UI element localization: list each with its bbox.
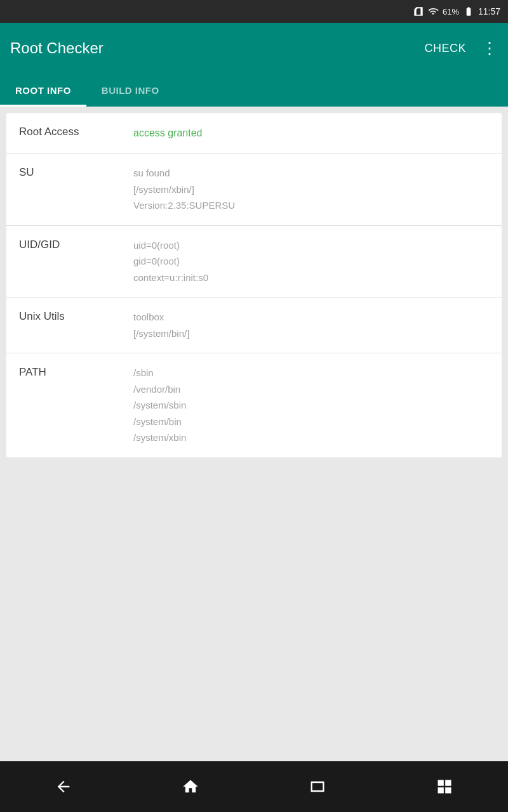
status-bar: 61% 11:57	[0, 0, 508, 23]
sim-icon	[413, 6, 424, 16]
menu-button[interactable]	[423, 771, 466, 802]
home-icon	[182, 778, 199, 796]
info-card: Root Accessaccess grantedSUsu found[/sys…	[6, 113, 502, 457]
status-icons: 61% 11:57	[413, 6, 500, 16]
app-bar-actions: CHECK ⋮	[424, 40, 498, 56]
status-time: 11:57	[478, 6, 500, 16]
home-button[interactable]	[169, 771, 212, 802]
info-row: PATH/sbin/vendor/bin/system/sbin/system/…	[6, 353, 502, 457]
tab-bar: ROOT INFO BUILD INFO	[0, 74, 508, 107]
tab-build-info[interactable]: BUILD INFO	[86, 74, 175, 107]
info-row: UID/GIDuid=0(root)gid=0(root)context=u:r…	[6, 226, 502, 298]
menu-icon	[436, 778, 453, 796]
info-label: Root Access	[19, 124, 133, 138]
back-button[interactable]	[42, 771, 85, 802]
info-label: PATH	[19, 365, 133, 379]
back-icon	[55, 778, 72, 796]
recents-button[interactable]	[296, 771, 339, 802]
nav-bar	[0, 761, 508, 812]
info-label: UID/GID	[19, 237, 133, 251]
info-label: SU	[19, 165, 133, 179]
info-row: Root Accessaccess granted	[6, 113, 502, 154]
content-area: Root Accessaccess grantedSUsu found[/sys…	[0, 107, 508, 761]
app-title: Root Checker	[10, 39, 424, 57]
wifi-icon	[427, 6, 439, 16]
info-value: su found[/system/xbin/]Version:2.35:SUPE…	[133, 165, 489, 214]
check-button[interactable]: CHECK	[424, 42, 466, 55]
info-row: Unix Utilstoolbox[/system/bin/]	[6, 298, 502, 353]
info-value: toolbox[/system/bin/]	[133, 309, 489, 341]
app-bar: Root Checker CHECK ⋮	[0, 23, 508, 74]
info-value: /sbin/vendor/bin/system/sbin/system/bin/…	[133, 365, 489, 446]
battery-icon	[463, 6, 474, 16]
info-value: access granted	[133, 124, 489, 141]
info-value: uid=0(root)gid=0(root)context=u:r:init:s…	[133, 237, 489, 286]
battery-level: 61%	[443, 7, 459, 16]
tab-root-info[interactable]: ROOT INFO	[0, 74, 86, 107]
info-row: SUsu found[/system/xbin/]Version:2.35:SU…	[6, 154, 502, 226]
recents-icon	[309, 778, 326, 796]
info-label: Unix Utils	[19, 309, 133, 323]
more-options-button[interactable]: ⋮	[481, 40, 498, 56]
